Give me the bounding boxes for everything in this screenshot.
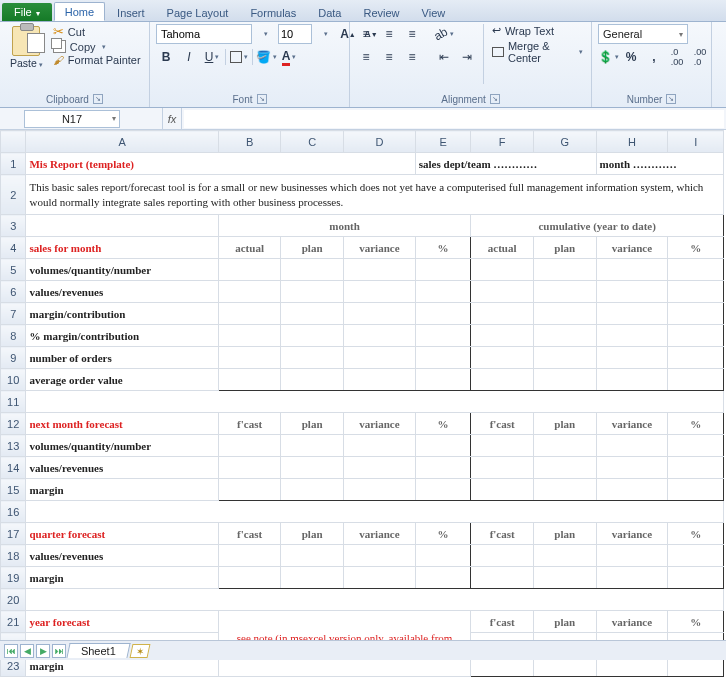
align-center-button[interactable]: ≡ xyxy=(379,47,399,67)
cell[interactable] xyxy=(471,303,534,325)
cell[interactable] xyxy=(343,303,415,325)
cell[interactable] xyxy=(218,281,281,303)
row-18[interactable]: 18 xyxy=(1,545,26,567)
tab-data[interactable]: Data xyxy=(308,4,351,21)
cell[interactable] xyxy=(218,347,281,369)
clipboard-launcher[interactable]: ↘ xyxy=(93,94,103,104)
col-H[interactable]: H xyxy=(596,131,668,153)
h-fcast-1[interactable]: f'cast xyxy=(218,413,281,435)
format-painter-button[interactable]: 🖌Format Painter xyxy=(51,54,143,66)
cell[interactable] xyxy=(596,567,668,589)
cell[interactable]: % xyxy=(668,611,724,633)
cell[interactable] xyxy=(668,435,724,457)
row-17[interactable]: 17 xyxy=(1,523,26,545)
cell[interactable]: f'cast xyxy=(471,611,534,633)
merge-center-button[interactable]: Merge & Center xyxy=(490,40,585,64)
group-month-header[interactable]: month xyxy=(218,215,471,237)
cell[interactable] xyxy=(343,435,415,457)
label-avg[interactable]: average order value xyxy=(26,369,218,391)
title-cell[interactable]: Mis Report (template) xyxy=(26,153,415,175)
inc-indent-button[interactable]: ⇥ xyxy=(457,47,477,67)
h-var-1[interactable]: variance xyxy=(343,237,415,259)
section-next[interactable]: next month forecast xyxy=(26,413,218,435)
cell[interactable] xyxy=(281,303,344,325)
wrap-text-button[interactable]: ↩Wrap Text xyxy=(490,24,585,37)
cell[interactable]: variance xyxy=(596,611,668,633)
cut-button[interactable]: ✂Cut xyxy=(51,24,143,39)
comma-button[interactable]: , xyxy=(644,47,664,67)
row-3[interactable]: 3 xyxy=(1,215,26,237)
cell[interactable] xyxy=(415,303,471,325)
sheet-tab-1[interactable]: Sheet1 xyxy=(66,643,130,658)
fill-color-button[interactable]: 🪣 xyxy=(256,47,276,67)
bold-button[interactable]: B xyxy=(156,47,176,67)
cell[interactable]: variance xyxy=(343,523,415,545)
cell[interactable] xyxy=(596,303,668,325)
cell[interactable]: variance xyxy=(596,413,668,435)
h-actual-2[interactable]: actual xyxy=(471,237,534,259)
cell[interactable] xyxy=(415,259,471,281)
cell[interactable] xyxy=(281,479,344,501)
align-bottom-button[interactable]: ≡ xyxy=(402,24,422,44)
cell[interactable] xyxy=(471,435,534,457)
cell[interactable]: % xyxy=(415,413,471,435)
cell[interactable] xyxy=(668,457,724,479)
cell[interactable] xyxy=(343,325,415,347)
cell[interactable]: f'cast xyxy=(471,523,534,545)
cell[interactable]: f'cast xyxy=(471,413,534,435)
row-6[interactable]: 6 xyxy=(1,281,26,303)
cell[interactable] xyxy=(343,369,415,391)
cell[interactable] xyxy=(471,281,534,303)
cell[interactable] xyxy=(533,479,596,501)
cell[interactable] xyxy=(533,435,596,457)
cell[interactable] xyxy=(218,457,281,479)
name-box[interactable]: N17 xyxy=(24,110,120,128)
cell[interactable] xyxy=(218,303,281,325)
month-cell[interactable]: month ………… xyxy=(596,153,724,175)
cell[interactable] xyxy=(533,369,596,391)
tab-nav-first[interactable]: ⏮ xyxy=(4,644,18,658)
cell[interactable] xyxy=(668,281,724,303)
cell[interactable] xyxy=(668,479,724,501)
cell[interactable] xyxy=(218,479,281,501)
cell[interactable] xyxy=(668,259,724,281)
cell[interactable] xyxy=(596,369,668,391)
cell[interactable]: % xyxy=(668,413,724,435)
row-7[interactable]: 7 xyxy=(1,303,26,325)
orientation-button[interactable]: ab xyxy=(434,24,454,44)
col-D[interactable]: D xyxy=(343,131,415,153)
cell[interactable] xyxy=(343,259,415,281)
cell[interactable] xyxy=(26,501,724,523)
cell[interactable] xyxy=(218,369,281,391)
cell[interactable] xyxy=(471,545,534,567)
cell[interactable] xyxy=(415,457,471,479)
cell[interactable] xyxy=(281,545,344,567)
row-14[interactable]: 14 xyxy=(1,457,26,479)
number-launcher[interactable]: ↘ xyxy=(666,94,676,104)
cell[interactable]: % xyxy=(668,523,724,545)
cell[interactable] xyxy=(596,435,668,457)
tab-home[interactable]: Home xyxy=(54,2,105,21)
cell[interactable] xyxy=(218,435,281,457)
label-ord[interactable]: number of orders xyxy=(26,347,218,369)
cell[interactable] xyxy=(596,545,668,567)
copy-button[interactable]: Copy xyxy=(51,40,143,53)
row-20[interactable]: 20 xyxy=(1,589,26,611)
select-all[interactable] xyxy=(1,131,26,153)
cell[interactable] xyxy=(533,281,596,303)
percent-button[interactable]: % xyxy=(621,47,641,67)
cell[interactable] xyxy=(415,545,471,567)
cell[interactable] xyxy=(218,567,281,589)
description-cell[interactable]: This basic sales report/forecast tool is… xyxy=(26,175,724,215)
align-right-button[interactable]: ≡ xyxy=(402,47,422,67)
row-11[interactable]: 11 xyxy=(1,391,26,413)
cell[interactable] xyxy=(471,347,534,369)
cell[interactable] xyxy=(471,479,534,501)
cell[interactable] xyxy=(415,479,471,501)
col-G[interactable]: G xyxy=(533,131,596,153)
cell[interactable] xyxy=(281,567,344,589)
cell[interactable] xyxy=(281,281,344,303)
font-size-dropdown[interactable] xyxy=(315,24,335,44)
cell[interactable] xyxy=(281,369,344,391)
col-I[interactable]: I xyxy=(668,131,724,153)
